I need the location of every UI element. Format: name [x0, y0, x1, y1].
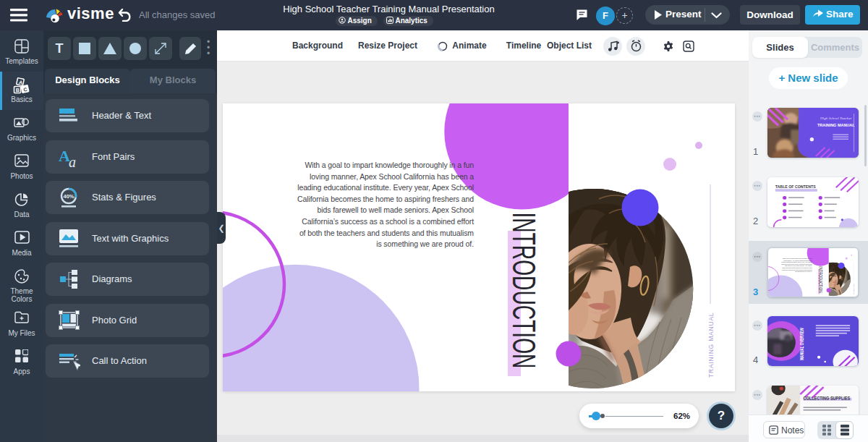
- svg-text:TABLE OF CONTENTS: TABLE OF CONTENTS: [775, 184, 816, 189]
- svg-text:B: B: [16, 88, 20, 93]
- svg-text:High School Teacher: High School Teacher: [820, 116, 851, 120]
- svg-text:With a goal to impart knowledg: With a goal to impart knowledge thorough…: [305, 161, 474, 169]
- svg-text:loving manner, Apex School Cal: loving manner, Apex School California ha…: [310, 172, 474, 181]
- svg-text:leading educational institute.: leading educational institute. Every yea…: [297, 183, 474, 192]
- svg-text:COLLECTING SUPPLIES: COLLECTING SUPPLIES: [804, 396, 851, 401]
- svg-text:a: a: [69, 154, 76, 169]
- svg-text:MANUAL OVERVIEW: MANUAL OVERVIEW: [799, 328, 804, 360]
- svg-text:40%: 40%: [63, 193, 74, 200]
- svg-text:California’s success as a scho: California’s success as a school is a co…: [302, 217, 474, 226]
- svg-text:INTRODUCTION: INTRODUCTION: [506, 212, 542, 368]
- svg-text:TRAINING MANUAL: TRAINING MANUAL: [817, 123, 855, 128]
- svg-text:TRAINING MANUAL: TRAINING MANUAL: [707, 313, 715, 378]
- svg-text:bids farewell to well made sen: bids farewell to well made seniors. Apex…: [318, 205, 475, 214]
- svg-text:California becomes the home to: California becomes the home to aspiring …: [297, 195, 474, 203]
- svg-text:is something we are proud of.: is something we are proud of.: [376, 239, 474, 248]
- svg-text:of both the teachers and stude: of both the teachers and students and th…: [299, 229, 474, 237]
